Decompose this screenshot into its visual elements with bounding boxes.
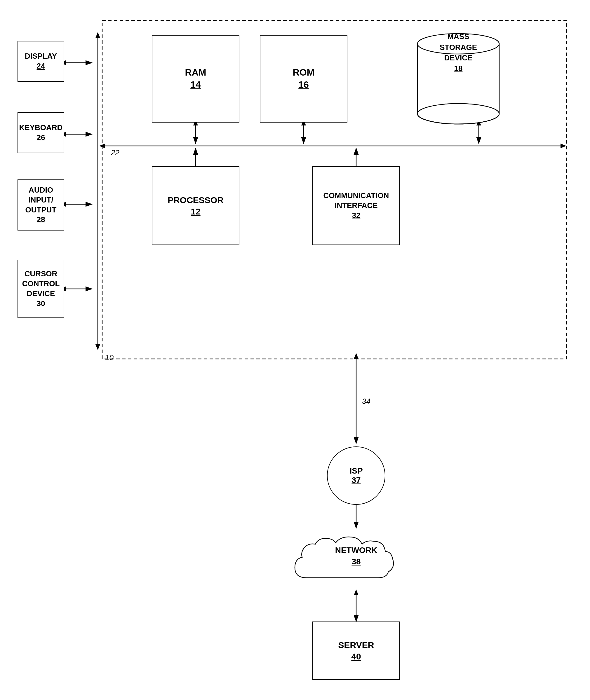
ram-box: RAM 14 [152, 35, 239, 123]
display-box: DISPLAY 24 [17, 41, 64, 82]
rom-box: ROM 16 [260, 35, 348, 123]
bus-label: 22 [111, 148, 119, 157]
isp-circle: ISP 37 [327, 446, 385, 505]
svg-rect-38 [418, 104, 499, 114]
svg-marker-20 [95, 32, 100, 38]
svg-marker-19 [95, 344, 100, 350]
processor-box: PROCESSOR 12 [152, 166, 239, 245]
svg-marker-30 [354, 353, 359, 359]
comm-interface-box: COMMUNICATION INTERFACE 32 [312, 166, 400, 245]
keyboard-box: KEYBOARD 26 [17, 112, 64, 153]
cursor-box: CURSOR CONTROL DEVICE 30 [17, 260, 64, 318]
server-box: SERVER 40 [312, 621, 400, 680]
network-cloud: NETWORK 38 [283, 525, 429, 598]
system-label: 10 [105, 353, 114, 362]
conn-label: 34 [362, 397, 371, 406]
diagram: DISPLAY 24 KEYBOARD 26 AUDIO INPUT/ OUTP… [12, 12, 578, 689]
svg-marker-7 [561, 143, 566, 148]
mass-storage-box: MASS STORAGE DEVICE 18 [414, 29, 502, 128]
audio-box: AUDIO INPUT/ OUTPUT 28 [17, 180, 64, 231]
svg-marker-6 [99, 143, 105, 148]
